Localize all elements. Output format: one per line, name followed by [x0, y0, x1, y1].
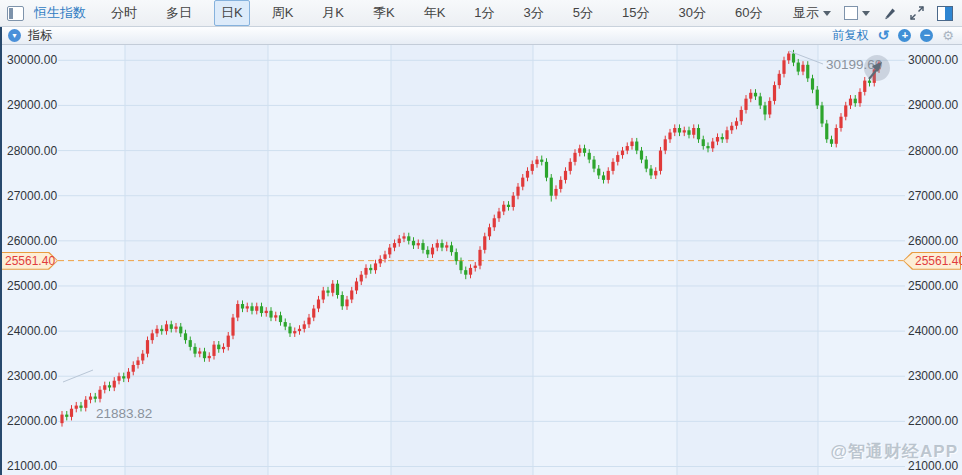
- y-axis-label-left: 24000.00: [7, 324, 57, 338]
- zoom-in-icon[interactable]: +: [898, 29, 911, 42]
- display-dropdown[interactable]: 显示: [793, 4, 831, 22]
- chart-plot-area[interactable]: 30199.6921883.82: [0, 45, 962, 475]
- chevron-down-icon: [823, 11, 831, 16]
- period-tab-15分[interactable]: 15分: [615, 0, 656, 26]
- period-tab-5分[interactable]: 5分: [566, 0, 600, 26]
- period-tab-30分[interactable]: 30分: [672, 0, 713, 26]
- chart-toolbar: 恒生指数 分时多日日K周K月K季K年K1分3分5分15分30分60分 显示: [0, 0, 962, 27]
- y-axis-label-right: 27000.00: [908, 189, 958, 203]
- period-tab-3分[interactable]: 3分: [517, 0, 551, 26]
- collapse-indicator-icon[interactable]: ▼: [8, 29, 21, 42]
- candlestick-chart: 30199.6921883.82 30000.0029000.0028000.0…: [0, 45, 962, 475]
- toolbar-right-tools: 显示: [793, 4, 962, 22]
- chart-style-dropdown[interactable]: [844, 6, 870, 20]
- y-axis-label-left: 26000.00: [7, 234, 57, 248]
- fullscreen-icon[interactable]: [910, 6, 924, 20]
- y-axis-label-left: 25000.00: [7, 279, 57, 293]
- period-tab-分时[interactable]: 分时: [104, 0, 144, 26]
- y-axis-label-right: 28000.00: [908, 144, 958, 158]
- price-tag-right: 25561.40: [903, 252, 961, 270]
- y-axis-label-right: 26000.00: [908, 234, 958, 248]
- y-axis-label-right: 22000.00: [908, 414, 958, 428]
- y-axis-label-left: 22000.00: [7, 414, 57, 428]
- period-tab-年K[interactable]: 年K: [417, 0, 453, 26]
- y-axis-label-right: 30000.00: [908, 53, 958, 67]
- y-axis-label-right: 24000.00: [908, 324, 958, 338]
- y-axis-label-right: 29000.00: [908, 98, 958, 112]
- sidebar-toggle-icon[interactable]: [937, 6, 953, 21]
- period-tab-季K[interactable]: 季K: [366, 0, 402, 26]
- period-tabs: 分时多日日K周K月K季K年K1分3分5分15分30分60分: [104, 0, 769, 26]
- period-tab-60分[interactable]: 60分: [728, 0, 769, 26]
- symbol-name[interactable]: 恒生指数: [34, 4, 86, 22]
- chevron-down-icon: [862, 11, 870, 16]
- period-tab-日K[interactable]: 日K: [214, 0, 250, 26]
- y-axis-label-left: 30000.00: [7, 53, 57, 67]
- candle-style-icon: [844, 6, 858, 20]
- price-tag-left: 25561.40: [0, 252, 58, 270]
- period-tab-多日[interactable]: 多日: [159, 0, 199, 26]
- y-axis-label-right: 25000.00: [908, 279, 958, 293]
- window-left-edge: [0, 27, 2, 475]
- zoom-out-icon[interactable]: −: [920, 29, 933, 42]
- settings-gear-icon[interactable]: ⚙: [942, 29, 954, 42]
- display-label: 显示: [793, 4, 819, 22]
- y-axis-label-left: 21000.00: [7, 459, 57, 473]
- indicator-bar: ▼ 指标 前复权 ↺ + − ⚙: [0, 27, 962, 45]
- y-axis-label-left: 28000.00: [7, 144, 57, 158]
- period-tab-月K[interactable]: 月K: [315, 0, 351, 26]
- layout-panel-icon[interactable]: [7, 6, 24, 21]
- y-axis-label-left: 27000.00: [7, 189, 57, 203]
- period-tab-1分[interactable]: 1分: [467, 0, 501, 26]
- y-axis-label-right: 23000.00: [908, 369, 958, 383]
- y-axis-label-left: 23000.00: [7, 369, 57, 383]
- watermark: @智通财经APP: [830, 440, 958, 463]
- period-tab-周K[interactable]: 周K: [265, 0, 301, 26]
- y-axis-label-left: 29000.00: [7, 98, 57, 112]
- svg-text:21883.82: 21883.82: [96, 406, 152, 421]
- indicator-bar-tools: 前复权 ↺ + − ⚙: [833, 27, 962, 44]
- indicator-label[interactable]: 指标: [28, 27, 52, 44]
- stock-chart-window: 恒生指数 分时多日日K周K月K季K年K1分3分5分15分30分60分 显示: [0, 0, 962, 475]
- undo-icon[interactable]: ↺: [878, 29, 890, 42]
- adjust-mode-link[interactable]: 前复权: [833, 27, 869, 44]
- draw-brush-icon[interactable]: [883, 6, 897, 20]
